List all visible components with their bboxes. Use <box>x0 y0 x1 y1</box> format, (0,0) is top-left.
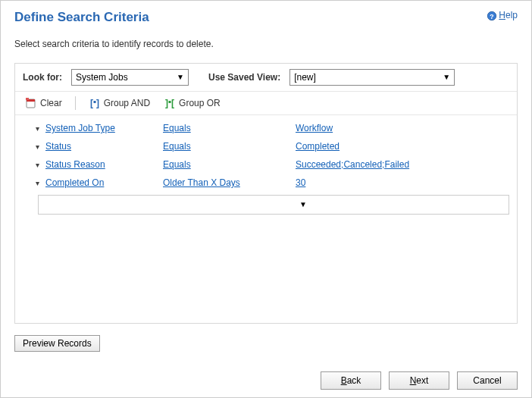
group-and-icon: [ ] <box>89 97 101 109</box>
svg-text:]: ] <box>96 98 99 108</box>
criteria-row: ▾ System Job Type Equals Workflow <box>23 119 509 137</box>
preview-records-button[interactable]: Preview Records <box>14 335 100 352</box>
clear-icon <box>25 97 37 109</box>
back-button[interactable]: Back <box>321 371 381 390</box>
chevron-down-icon[interactable]: ▾ <box>23 124 45 133</box>
saved-view-dropdown[interactable]: [new] <box>289 69 455 86</box>
criteria-operator-link[interactable]: Older Than X Days <box>163 177 240 188</box>
svg-text:]: ] <box>165 98 168 108</box>
svg-text:[: [ <box>171 98 174 108</box>
page-subtitle: Select search criteria to identify recor… <box>14 39 518 49</box>
add-criteria-dropdown[interactable] <box>39 196 313 213</box>
chevron-down-icon[interactable]: ▾ <box>23 161 45 169</box>
criteria-value-link[interactable]: Completed <box>296 141 340 152</box>
look-for-dropdown[interactable]: System Jobs <box>71 69 189 86</box>
group-or-icon: ] [ <box>164 97 176 109</box>
group-or-button[interactable]: ] [ Group OR <box>161 96 223 111</box>
cancel-button[interactable]: Cancel <box>457 371 518 390</box>
svg-text:?: ? <box>490 12 494 20</box>
help-icon: ? <box>487 10 497 20</box>
svg-text:[: [ <box>90 98 93 108</box>
criteria-operator-link[interactable]: Equals <box>163 123 191 133</box>
criteria-row: ▾ Completed On Older Than X Days 30 <box>23 174 509 192</box>
criteria-field-link[interactable]: Status <box>45 141 71 152</box>
page-title: Define Search Criteria <box>14 10 149 25</box>
criteria-row: ▾ Status Equals Completed <box>23 137 509 155</box>
chevron-down-icon[interactable]: ▾ <box>23 143 45 151</box>
next-button[interactable]: Next <box>389 371 449 390</box>
criteria-operator-link[interactable]: Equals <box>163 159 191 170</box>
clear-button[interactable]: Clear <box>23 96 64 111</box>
svg-rect-4 <box>26 98 29 100</box>
criteria-row: ▾ Status Reason Equals Succeeded;Cancele… <box>23 155 509 174</box>
help-link[interactable]: ? Help <box>487 10 518 20</box>
add-criteria-row[interactable] <box>38 195 509 215</box>
criteria-value-link[interactable]: 30 <box>296 177 305 188</box>
group-and-button[interactable]: [ ] Group AND <box>86 96 152 111</box>
chevron-down-icon[interactable]: ▾ <box>23 179 45 187</box>
criteria-field-link[interactable]: Status Reason <box>45 159 105 170</box>
criteria-value-link[interactable]: Succeeded;Canceled;Failed <box>296 159 409 170</box>
criteria-value-link[interactable]: Workflow <box>296 123 333 133</box>
criteria-field-link[interactable]: Completed On <box>45 177 104 188</box>
criteria-field-link[interactable]: System Job Type <box>45 123 115 133</box>
criteria-panel: Look for: System Jobs Use Saved View: [n… <box>14 63 518 324</box>
look-for-label: Look for: <box>23 72 62 83</box>
criteria-operator-link[interactable]: Equals <box>163 141 191 152</box>
saved-view-label: Use Saved View: <box>208 72 280 83</box>
